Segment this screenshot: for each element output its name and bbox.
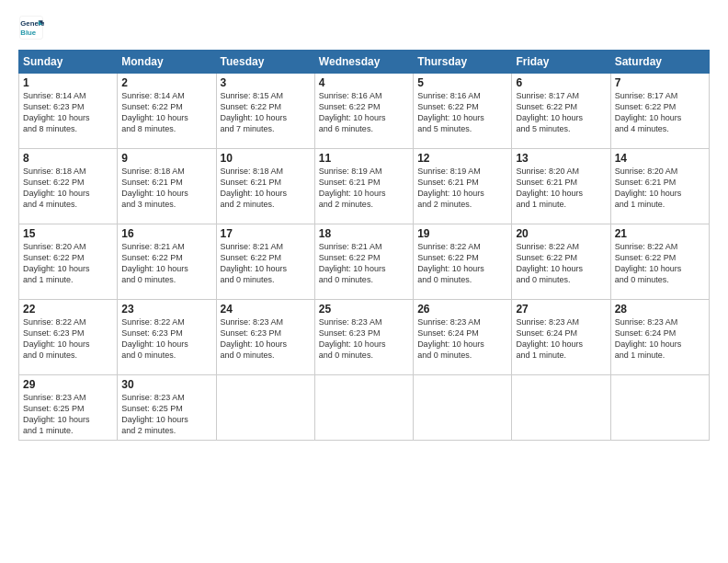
cell-info: Sunrise: 8:16 AMSunset: 6:22 PMDaylight:… — [319, 90, 409, 135]
calendar-cell: 13Sunrise: 8:20 AMSunset: 6:21 PMDayligh… — [512, 149, 610, 224]
cell-info: Sunrise: 8:17 AMSunset: 6:22 PMDaylight:… — [516, 90, 606, 135]
day-header-tuesday: Tuesday — [216, 51, 314, 74]
day-number: 1 — [23, 76, 113, 89]
day-number: 25 — [319, 303, 409, 316]
calendar-cell: 15Sunrise: 8:20 AMSunset: 6:22 PMDayligh… — [19, 224, 118, 300]
day-number: 22 — [23, 303, 113, 316]
cell-info: Sunrise: 8:19 AMSunset: 6:21 PMDaylight:… — [319, 166, 409, 211]
cell-info: Sunrise: 8:22 AMSunset: 6:22 PMDaylight:… — [417, 241, 507, 286]
calendar-cell: 24Sunrise: 8:23 AMSunset: 6:23 PMDayligh… — [216, 300, 314, 375]
cell-info: Sunrise: 8:15 AMSunset: 6:22 PMDaylight:… — [221, 90, 311, 135]
cell-info: Sunrise: 8:16 AMSunset: 6:22 PMDaylight:… — [417, 90, 507, 135]
day-number: 30 — [121, 378, 211, 391]
cell-info: Sunrise: 8:21 AMSunset: 6:22 PMDaylight:… — [121, 241, 211, 286]
calendar-cell: 10Sunrise: 8:18 AMSunset: 6:21 PMDayligh… — [216, 149, 314, 224]
calendar: SundayMondayTuesdayWednesdayThursdayFrid… — [18, 50, 710, 441]
day-number: 16 — [121, 227, 211, 240]
cell-info: Sunrise: 8:14 AMSunset: 6:22 PMDaylight:… — [121, 90, 211, 135]
cell-info: Sunrise: 8:20 AMSunset: 6:22 PMDaylight:… — [23, 241, 113, 286]
cell-info: Sunrise: 8:21 AMSunset: 6:22 PMDaylight:… — [319, 241, 409, 286]
day-number: 24 — [221, 303, 311, 316]
calendar-cell: 30Sunrise: 8:23 AMSunset: 6:25 PMDayligh… — [118, 375, 216, 441]
cell-info: Sunrise: 8:17 AMSunset: 6:22 PMDaylight:… — [615, 90, 705, 135]
calendar-cell — [610, 375, 709, 441]
day-number: 12 — [417, 152, 507, 165]
calendar-cell: 20Sunrise: 8:22 AMSunset: 6:22 PMDayligh… — [512, 224, 610, 300]
cell-info: Sunrise: 8:19 AMSunset: 6:21 PMDaylight:… — [417, 166, 507, 211]
cell-info: Sunrise: 8:14 AMSunset: 6:23 PMDaylight:… — [23, 90, 113, 135]
cell-info: Sunrise: 8:23 AMSunset: 6:23 PMDaylight:… — [319, 316, 409, 362]
calendar-cell: 8Sunrise: 8:18 AMSunset: 6:22 PMDaylight… — [19, 149, 118, 224]
day-number: 28 — [615, 303, 705, 316]
calendar-cell: 18Sunrise: 8:21 AMSunset: 6:22 PMDayligh… — [314, 224, 413, 300]
day-number: 11 — [319, 152, 409, 165]
day-number: 8 — [23, 152, 113, 165]
day-number: 4 — [319, 76, 409, 89]
calendar-cell: 2Sunrise: 8:14 AMSunset: 6:22 PMDaylight… — [118, 74, 216, 149]
day-header-thursday: Thursday — [414, 51, 512, 74]
calendar-cell — [414, 375, 512, 441]
day-header-sunday: Sunday — [19, 51, 118, 74]
day-number: 26 — [417, 303, 507, 316]
day-header-wednesday: Wednesday — [314, 51, 413, 74]
day-number: 29 — [23, 378, 113, 391]
calendar-cell — [216, 375, 314, 441]
day-number: 10 — [221, 152, 311, 165]
calendar-cell: 19Sunrise: 8:22 AMSunset: 6:22 PMDayligh… — [414, 224, 512, 300]
cell-info: Sunrise: 8:18 AMSunset: 6:22 PMDaylight:… — [23, 166, 113, 211]
calendar-cell: 22Sunrise: 8:22 AMSunset: 6:23 PMDayligh… — [19, 300, 118, 375]
day-header-monday: Monday — [118, 51, 216, 74]
cell-info: Sunrise: 8:18 AMSunset: 6:21 PMDaylight:… — [221, 166, 311, 211]
day-number: 15 — [23, 227, 113, 240]
cell-info: Sunrise: 8:23 AMSunset: 6:24 PMDaylight:… — [516, 316, 606, 362]
day-number: 5 — [417, 76, 507, 89]
cell-info: Sunrise: 8:21 AMSunset: 6:22 PMDaylight:… — [221, 241, 311, 286]
calendar-cell: 16Sunrise: 8:21 AMSunset: 6:22 PMDayligh… — [118, 224, 216, 300]
day-header-saturday: Saturday — [610, 51, 709, 74]
cell-info: Sunrise: 8:22 AMSunset: 6:22 PMDaylight:… — [516, 241, 606, 286]
cell-info: Sunrise: 8:23 AMSunset: 6:23 PMDaylight:… — [221, 316, 311, 362]
cell-info: Sunrise: 8:22 AMSunset: 6:23 PMDaylight:… — [121, 316, 211, 362]
calendar-cell: 29Sunrise: 8:23 AMSunset: 6:25 PMDayligh… — [19, 375, 118, 441]
day-number: 20 — [516, 227, 606, 240]
day-number: 27 — [516, 303, 606, 316]
calendar-cell: 28Sunrise: 8:23 AMSunset: 6:24 PMDayligh… — [610, 300, 709, 375]
cell-info: Sunrise: 8:23 AMSunset: 6:24 PMDaylight:… — [417, 316, 507, 362]
calendar-cell — [314, 375, 413, 441]
calendar-cell: 4Sunrise: 8:16 AMSunset: 6:22 PMDaylight… — [314, 74, 413, 149]
day-number: 7 — [615, 76, 705, 89]
cell-info: Sunrise: 8:23 AMSunset: 6:25 PMDaylight:… — [23, 392, 113, 437]
day-number: 13 — [516, 152, 606, 165]
calendar-cell: 17Sunrise: 8:21 AMSunset: 6:22 PMDayligh… — [216, 224, 314, 300]
cell-info: Sunrise: 8:23 AMSunset: 6:25 PMDaylight:… — [121, 392, 211, 437]
calendar-cell: 6Sunrise: 8:17 AMSunset: 6:22 PMDaylight… — [512, 74, 610, 149]
day-number: 3 — [221, 76, 311, 89]
calendar-cell: 11Sunrise: 8:19 AMSunset: 6:21 PMDayligh… — [314, 149, 413, 224]
day-number: 19 — [417, 227, 507, 240]
calendar-cell: 12Sunrise: 8:19 AMSunset: 6:21 PMDayligh… — [414, 149, 512, 224]
logo: General Blue — [18, 15, 44, 40]
calendar-cell: 14Sunrise: 8:20 AMSunset: 6:21 PMDayligh… — [610, 149, 709, 224]
cell-info: Sunrise: 8:20 AMSunset: 6:21 PMDaylight:… — [516, 166, 606, 211]
day-number: 14 — [615, 152, 705, 165]
day-number: 17 — [221, 227, 311, 240]
cell-info: Sunrise: 8:22 AMSunset: 6:22 PMDaylight:… — [615, 241, 705, 286]
day-number: 18 — [319, 227, 409, 240]
day-header-friday: Friday — [512, 51, 610, 74]
calendar-cell — [512, 375, 610, 441]
calendar-cell: 21Sunrise: 8:22 AMSunset: 6:22 PMDayligh… — [610, 224, 709, 300]
svg-text:Blue: Blue — [20, 29, 37, 37]
calendar-cell: 7Sunrise: 8:17 AMSunset: 6:22 PMDaylight… — [610, 74, 709, 149]
calendar-cell: 1Sunrise: 8:14 AMSunset: 6:23 PMDaylight… — [19, 74, 118, 149]
cell-info: Sunrise: 8:23 AMSunset: 6:24 PMDaylight:… — [615, 316, 705, 362]
calendar-cell: 23Sunrise: 8:22 AMSunset: 6:23 PMDayligh… — [118, 300, 216, 375]
cell-info: Sunrise: 8:22 AMSunset: 6:23 PMDaylight:… — [23, 316, 113, 362]
day-number: 6 — [516, 76, 606, 89]
cell-info: Sunrise: 8:20 AMSunset: 6:21 PMDaylight:… — [615, 166, 705, 211]
day-number: 9 — [121, 152, 211, 165]
calendar-cell: 3Sunrise: 8:15 AMSunset: 6:22 PMDaylight… — [216, 74, 314, 149]
calendar-cell: 26Sunrise: 8:23 AMSunset: 6:24 PMDayligh… — [414, 300, 512, 375]
day-number: 21 — [615, 227, 705, 240]
calendar-cell: 9Sunrise: 8:18 AMSunset: 6:21 PMDaylight… — [118, 149, 216, 224]
calendar-cell: 25Sunrise: 8:23 AMSunset: 6:23 PMDayligh… — [314, 300, 413, 375]
